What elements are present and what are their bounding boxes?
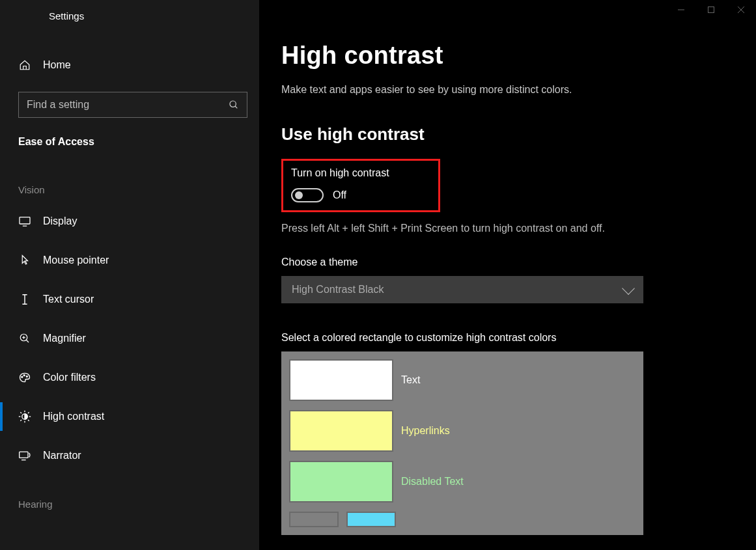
page-subtitle: Make text and apps easier to see by usin… [281, 84, 756, 96]
swatch-disabled-text[interactable] [289, 461, 393, 502]
home-nav-item[interactable]: Home [0, 50, 259, 80]
sidebar-item-label: Text cursor [43, 294, 94, 305]
sidebar-item-label: Color filters [43, 372, 96, 383]
magnifier-icon [18, 333, 31, 344]
toggle-knob [295, 191, 303, 199]
search-container [18, 92, 249, 118]
window-title: Settings [0, 0, 259, 32]
sidebar-item-label: Narrator [43, 450, 81, 461]
swatch-partial-left[interactable] [289, 512, 339, 527]
high-contrast-toggle[interactable] [291, 188, 324, 202]
group-vision: Vision [0, 148, 259, 202]
customize-label: Select a colored rectangle to customize … [281, 332, 756, 344]
sidebar-item-text-cursor[interactable]: Text cursor [0, 280, 259, 319]
nav-list-vision: Display Mouse pointer Text cursor [0, 202, 259, 475]
svg-point-9 [23, 375, 25, 376]
swatch-row-disabled: Disabled Text [289, 461, 636, 502]
swatch-row-hyperlinks: Hyperlinks [289, 410, 636, 452]
color-filters-icon [18, 372, 31, 383]
display-icon [18, 216, 31, 227]
swatch-label-disabled: Disabled Text [401, 476, 464, 488]
page-title: High contrast [281, 42, 756, 70]
swatch-partial-right[interactable] [346, 512, 396, 527]
swatch-row-text: Text [289, 359, 636, 401]
group-hearing: Hearing [0, 475, 259, 516]
sidebar-item-label: High contrast [43, 411, 104, 422]
svg-point-0 [230, 101, 236, 107]
toggle-label: Turn on high contrast [291, 167, 430, 179]
swatch-hyperlinks[interactable] [289, 410, 393, 452]
svg-line-16 [20, 412, 21, 413]
maximize-button[interactable] [696, 0, 726, 20]
swatch-panel: Text Hyperlinks Disabled Text [281, 351, 643, 535]
swatch-text[interactable] [289, 359, 393, 401]
main-content: High contrast Make text and apps easier … [259, 0, 756, 550]
sidebar-item-label: Magnifier [43, 333, 86, 344]
svg-rect-20 [20, 452, 28, 458]
mouse-pointer-icon [18, 254, 31, 266]
svg-line-19 [28, 412, 29, 413]
category-label: Ease of Access [0, 118, 259, 148]
sidebar-item-display[interactable]: Display [0, 202, 259, 241]
toggle-state: Off [333, 189, 346, 201]
text-cursor-icon [18, 294, 31, 305]
annotation-highlight: Turn on high contrast Off [281, 159, 440, 212]
svg-line-17 [28, 420, 29, 421]
sidebar-item-magnifier[interactable]: Magnifier [0, 319, 259, 358]
svg-rect-2 [20, 217, 30, 224]
svg-line-18 [20, 420, 21, 421]
search-input-box[interactable] [18, 92, 247, 118]
svg-point-10 [26, 376, 27, 377]
minimize-button[interactable] [666, 0, 696, 20]
swatch-label-text: Text [401, 374, 420, 386]
titlebar-controls [666, 0, 756, 20]
sidebar-item-mouse-pointer[interactable]: Mouse pointer [0, 241, 259, 280]
sidebar-item-color-filters[interactable]: Color filters [0, 358, 259, 397]
close-button[interactable] [726, 0, 756, 20]
home-icon [18, 59, 31, 71]
svg-rect-23 [708, 7, 714, 13]
svg-line-1 [235, 106, 237, 108]
sidebar: Settings Home Ease of Access Vis [0, 0, 259, 550]
search-input[interactable] [27, 99, 223, 111]
sidebar-item-label: Mouse pointer [43, 254, 109, 266]
sidebar-item-high-contrast[interactable]: High contrast [0, 397, 259, 436]
swatch-label-hyperlinks: Hyperlinks [401, 425, 450, 437]
sidebar-item-label: Display [43, 215, 77, 227]
svg-line-5 [26, 340, 29, 342]
shortcut-hint: Press left Alt + left Shift + Print Scre… [281, 223, 756, 234]
theme-label: Choose a theme [281, 256, 756, 268]
high-contrast-icon [18, 410, 31, 423]
swatch-row-partial [289, 512, 636, 527]
sidebar-item-narrator[interactable]: Narrator [0, 436, 259, 475]
theme-selected-value: High Contrast Black [292, 284, 384, 296]
svg-point-8 [21, 376, 23, 378]
search-icon [229, 100, 239, 110]
home-label: Home [43, 59, 71, 71]
narrator-icon [18, 450, 31, 461]
theme-dropdown[interactable]: High Contrast Black [281, 276, 643, 303]
chevron-down-icon [622, 282, 635, 295]
section-use-high-contrast: Use high contrast [281, 124, 756, 144]
